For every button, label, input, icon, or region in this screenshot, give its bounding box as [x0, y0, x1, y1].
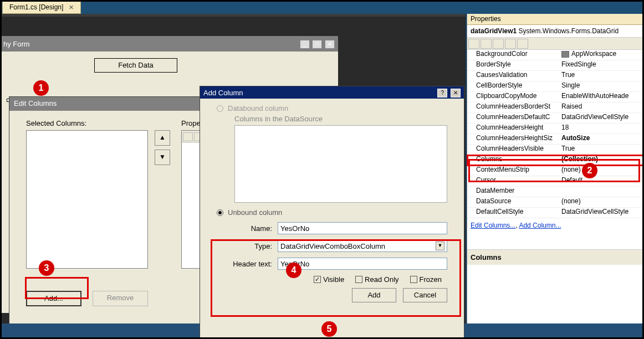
properties-panel: Properties dataGridView1 System.Windows.…	[467, 14, 644, 324]
maximize-icon[interactable]: □	[312, 40, 322, 49]
properties-toolbar	[467, 38, 644, 50]
alphabetical-icon[interactable]	[481, 39, 492, 49]
visible-label: Visible	[323, 275, 344, 284]
help-icon[interactable]: ?	[437, 89, 447, 97]
unbound-label: Unbound column	[228, 208, 282, 217]
datasource-columns-label: Columns in the DataSource	[234, 115, 464, 123]
property-row[interactable]: ColumnHeadersVisibleTrue	[467, 145, 644, 155]
add-column-button[interactable]: Add...	[26, 291, 81, 306]
property-row[interactable]: ClipboardCopyModeEnableWithAutoHeade	[467, 92, 644, 102]
property-row[interactable]: ColumnHeadersHeight18	[467, 124, 644, 134]
readonly-checkbox[interactable]	[355, 276, 362, 283]
callout-5: 5	[321, 321, 337, 337]
property-row[interactable]: DataMember	[467, 187, 644, 197]
dialog-close-icon[interactable]: ✕	[451, 89, 461, 97]
callout-3: 3	[39, 260, 54, 276]
visible-checkbox[interactable]: ✓	[314, 276, 321, 283]
unbound-radio[interactable]	[217, 209, 223, 216]
property-row[interactable]: ColumnHeadersDefaultCDataGridViewCellSty…	[467, 113, 644, 124]
property-row[interactable]: Columns(Collection)	[467, 155, 644, 166]
name-input[interactable]	[278, 222, 447, 234]
property-row[interactable]: ColumnHeadersHeightSizAutoSize	[467, 134, 644, 145]
property-row[interactable]: BackgroundColorAppWorkspace	[467, 50, 644, 60]
edit-columns-link[interactable]: Edit Columns...	[471, 222, 515, 229]
callout-1: 1	[33, 80, 49, 96]
properties-object[interactable]: dataGridView1 System.Windows.Forms.DataG…	[467, 25, 644, 38]
callout-4: 4	[286, 263, 301, 278]
chevron-down-icon[interactable]: ▼	[436, 242, 444, 250]
fetch-data-button[interactable]: Fetch Data	[94, 58, 177, 73]
header-text-label: Header text:	[217, 260, 278, 268]
readonly-label: Read Only	[365, 275, 398, 284]
add-column-dialog: Add Column ? ✕ Databound column Columns …	[200, 86, 464, 338]
properties-icon[interactable]	[493, 39, 504, 49]
property-row[interactable]: ColumnHeadersBorderStRaised	[467, 102, 644, 113]
property-row[interactable]: CausesValidationTrue	[467, 71, 644, 81]
add-column-title: Add Column	[203, 89, 243, 97]
callout-2: 2	[582, 163, 597, 178]
property-grid[interactable]: BackgroundColorAppWorkspaceBorderStyleFi…	[467, 50, 644, 218]
property-row[interactable]: BorderStyleFixedSingle	[467, 60, 644, 71]
dialog-add-button[interactable]: Add	[352, 288, 396, 302]
pages-icon[interactable]	[517, 39, 528, 49]
close-icon[interactable]: ✕	[325, 40, 335, 49]
tab-label: Form1.cs [Design]	[9, 3, 63, 11]
databound-radio	[217, 105, 223, 112]
databound-label: Databound column	[228, 104, 288, 112]
type-label: Type:	[217, 242, 278, 250]
property-row[interactable]: CursorDefault	[467, 176, 644, 187]
selected-columns-list[interactable]	[26, 130, 148, 269]
remove-column-button[interactable]: Remove	[93, 291, 148, 306]
events-icon[interactable]	[505, 39, 516, 49]
move-down-button[interactable]: ▼	[155, 150, 170, 165]
file-tab[interactable]: Form1.cs [Design] ✕	[2, 1, 81, 14]
column-properties-label: Prope	[181, 119, 201, 127]
add-column-link[interactable]: Add Column...	[519, 222, 561, 229]
datasource-columns-list	[234, 125, 447, 203]
frozen-checkbox[interactable]	[410, 276, 417, 283]
type-combo[interactable]: DataGridViewComboBoxColumn ▼	[278, 240, 447, 252]
selected-columns-label: Selected Columns:	[26, 119, 86, 127]
property-row[interactable]: DefaultCellStyleDataGridViewCellStyle	[467, 208, 644, 218]
property-row[interactable]: ContextMenuStrip(none)	[467, 166, 644, 176]
properties-section-header: Columns	[467, 249, 644, 265]
type-value: DataGridViewComboBoxColumn	[280, 242, 385, 250]
move-up-button[interactable]: ▲	[155, 130, 170, 146]
child-form-title: hy Form	[3, 40, 30, 48]
minimize-icon[interactable]: _	[300, 40, 310, 49]
properties-title: Properties	[467, 14, 644, 25]
frozen-label: Frozen	[420, 275, 442, 284]
categorized-icon[interactable]	[468, 39, 479, 49]
dialog-cancel-button[interactable]: Cancel	[403, 288, 447, 302]
name-label: Name:	[217, 224, 278, 233]
header-text-input[interactable]	[278, 258, 447, 270]
property-row[interactable]: CellBorderStyleSingle	[467, 81, 644, 92]
tab-close-icon[interactable]: ✕	[69, 4, 74, 11]
property-row[interactable]: DataSource(none)	[467, 197, 644, 208]
